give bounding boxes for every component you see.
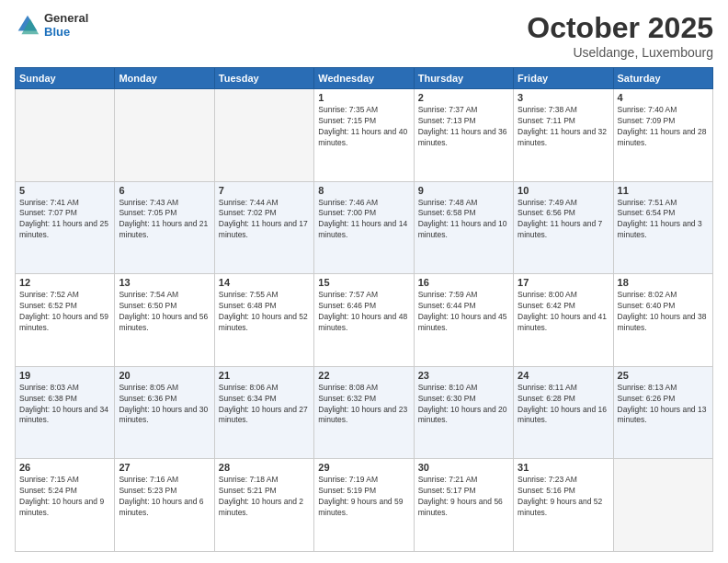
calendar-day-cell: 12Sunrise: 7:52 AMSunset: 6:52 PMDayligh… <box>16 274 115 367</box>
calendar-day-cell: 24Sunrise: 8:11 AMSunset: 6:28 PMDayligh… <box>514 366 613 459</box>
weekday-header-tuesday: Tuesday <box>214 68 313 89</box>
calendar-day-cell: 14Sunrise: 7:55 AMSunset: 6:48 PMDayligh… <box>214 274 313 367</box>
day-number: 20 <box>119 370 210 381</box>
calendar-day-cell: 13Sunrise: 7:54 AMSunset: 6:50 PMDayligh… <box>115 274 214 367</box>
day-number: 23 <box>418 370 509 381</box>
calendar-day-cell: 20Sunrise: 8:05 AMSunset: 6:36 PMDayligh… <box>115 366 214 459</box>
day-number: 3 <box>518 92 609 103</box>
logo: General Blue <box>15 11 88 39</box>
calendar-day-cell: 18Sunrise: 8:02 AMSunset: 6:40 PMDayligh… <box>613 274 712 367</box>
day-number: 24 <box>518 370 609 381</box>
calendar-day-cell: 3Sunrise: 7:38 AMSunset: 7:11 PMDaylight… <box>514 89 613 182</box>
day-info: Sunrise: 7:19 AMSunset: 5:19 PMDaylight:… <box>318 475 409 519</box>
day-number: 15 <box>318 277 409 288</box>
calendar-day-cell: 26Sunrise: 7:15 AMSunset: 5:24 PMDayligh… <box>16 459 115 552</box>
day-info: Sunrise: 7:48 AMSunset: 6:58 PMDaylight:… <box>418 198 509 242</box>
day-info: Sunrise: 7:49 AMSunset: 6:56 PMDaylight:… <box>518 198 609 242</box>
calendar-day-cell: 2Sunrise: 7:37 AMSunset: 7:13 PMDaylight… <box>414 89 513 182</box>
title-month: October 2025 <box>527 11 713 45</box>
calendar-day-cell <box>16 89 115 182</box>
page: General Blue October 2025 Useldange, Lux… <box>0 0 728 563</box>
title-block: October 2025 Useldange, Luxembourg <box>527 11 713 60</box>
day-number: 9 <box>418 185 509 196</box>
calendar-day-cell: 19Sunrise: 8:03 AMSunset: 6:38 PMDayligh… <box>16 366 115 459</box>
calendar-table: SundayMondayTuesdayWednesdayThursdayFrid… <box>15 67 713 552</box>
day-number: 30 <box>418 462 509 473</box>
logo-text: General Blue <box>44 11 88 39</box>
calendar-day-cell: 31Sunrise: 7:23 AMSunset: 5:16 PMDayligh… <box>514 459 613 552</box>
day-info: Sunrise: 8:00 AMSunset: 6:42 PMDaylight:… <box>518 290 609 334</box>
day-info: Sunrise: 7:59 AMSunset: 6:44 PMDaylight:… <box>418 290 509 334</box>
day-info: Sunrise: 7:15 AMSunset: 5:24 PMDaylight:… <box>19 475 110 519</box>
day-number: 28 <box>219 462 310 473</box>
calendar-day-cell: 7Sunrise: 7:44 AMSunset: 7:02 PMDaylight… <box>214 181 313 274</box>
calendar-day-cell: 1Sunrise: 7:35 AMSunset: 7:15 PMDaylight… <box>314 89 414 182</box>
calendar-day-cell: 11Sunrise: 7:51 AMSunset: 6:54 PMDayligh… <box>613 181 712 274</box>
day-number: 31 <box>518 462 609 473</box>
day-number: 10 <box>518 185 609 196</box>
day-info: Sunrise: 8:06 AMSunset: 6:34 PMDaylight:… <box>219 383 310 427</box>
day-info: Sunrise: 7:43 AMSunset: 7:05 PMDaylight:… <box>119 198 210 242</box>
day-info: Sunrise: 7:35 AMSunset: 7:15 PMDaylight:… <box>318 105 409 149</box>
calendar-day-cell <box>214 89 313 182</box>
day-info: Sunrise: 7:52 AMSunset: 6:52 PMDaylight:… <box>19 290 110 334</box>
logo-general: General <box>44 11 88 25</box>
calendar-day-cell: 10Sunrise: 7:49 AMSunset: 6:56 PMDayligh… <box>514 181 613 274</box>
day-number: 1 <box>318 92 409 103</box>
day-info: Sunrise: 7:16 AMSunset: 5:23 PMDaylight:… <box>119 475 210 519</box>
day-number: 27 <box>119 462 210 473</box>
weekday-header-saturday: Saturday <box>613 68 712 89</box>
day-info: Sunrise: 8:03 AMSunset: 6:38 PMDaylight:… <box>19 383 110 427</box>
calendar-day-cell: 6Sunrise: 7:43 AMSunset: 7:05 PMDaylight… <box>115 181 214 274</box>
calendar-day-cell <box>613 459 712 552</box>
title-location: Useldange, Luxembourg <box>527 45 713 60</box>
weekday-header-monday: Monday <box>115 68 214 89</box>
day-number: 25 <box>618 370 709 381</box>
day-number: 22 <box>318 370 409 381</box>
day-info: Sunrise: 7:55 AMSunset: 6:48 PMDaylight:… <box>219 290 310 334</box>
calendar-day-cell: 27Sunrise: 7:16 AMSunset: 5:23 PMDayligh… <box>115 459 214 552</box>
calendar-week-row: 19Sunrise: 8:03 AMSunset: 6:38 PMDayligh… <box>16 366 713 459</box>
day-number: 18 <box>618 277 709 288</box>
day-info: Sunrise: 7:51 AMSunset: 6:54 PMDaylight:… <box>618 198 709 242</box>
weekday-header-thursday: Thursday <box>414 68 513 89</box>
day-info: Sunrise: 7:23 AMSunset: 5:16 PMDaylight:… <box>518 475 609 519</box>
day-number: 13 <box>119 277 210 288</box>
day-info: Sunrise: 7:54 AMSunset: 6:50 PMDaylight:… <box>119 290 210 334</box>
calendar-week-row: 5Sunrise: 7:41 AMSunset: 7:07 PMDaylight… <box>16 181 713 274</box>
calendar-week-row: 12Sunrise: 7:52 AMSunset: 6:52 PMDayligh… <box>16 274 713 367</box>
calendar-day-cell: 23Sunrise: 8:10 AMSunset: 6:30 PMDayligh… <box>414 366 513 459</box>
day-number: 29 <box>318 462 409 473</box>
day-info: Sunrise: 8:05 AMSunset: 6:36 PMDaylight:… <box>119 383 210 427</box>
day-number: 19 <box>19 370 110 381</box>
day-info: Sunrise: 7:41 AMSunset: 7:07 PMDaylight:… <box>19 198 110 242</box>
day-number: 16 <box>418 277 509 288</box>
logo-icon <box>15 12 40 38</box>
day-number: 17 <box>518 277 609 288</box>
day-number: 8 <box>318 185 409 196</box>
day-info: Sunrise: 8:11 AMSunset: 6:28 PMDaylight:… <box>518 383 609 427</box>
calendar-day-cell: 28Sunrise: 7:18 AMSunset: 5:21 PMDayligh… <box>214 459 313 552</box>
day-number: 4 <box>618 92 709 103</box>
day-info: Sunrise: 7:37 AMSunset: 7:13 PMDaylight:… <box>418 105 509 149</box>
day-number: 5 <box>19 185 110 196</box>
day-info: Sunrise: 8:13 AMSunset: 6:26 PMDaylight:… <box>618 383 709 427</box>
day-info: Sunrise: 8:02 AMSunset: 6:40 PMDaylight:… <box>618 290 709 334</box>
calendar-day-cell <box>115 89 214 182</box>
day-number: 7 <box>219 185 310 196</box>
day-number: 11 <box>618 185 709 196</box>
calendar-day-cell: 9Sunrise: 7:48 AMSunset: 6:58 PMDaylight… <box>414 181 513 274</box>
calendar-day-cell: 5Sunrise: 7:41 AMSunset: 7:07 PMDaylight… <box>16 181 115 274</box>
day-info: Sunrise: 7:57 AMSunset: 6:46 PMDaylight:… <box>318 290 409 334</box>
logo-blue: Blue <box>44 25 88 39</box>
day-number: 21 <box>219 370 310 381</box>
day-info: Sunrise: 8:08 AMSunset: 6:32 PMDaylight:… <box>318 383 409 427</box>
day-number: 12 <box>19 277 110 288</box>
day-info: Sunrise: 7:44 AMSunset: 7:02 PMDaylight:… <box>219 198 310 242</box>
day-number: 2 <box>418 92 509 103</box>
calendar-header-row: SundayMondayTuesdayWednesdayThursdayFrid… <box>16 68 713 89</box>
calendar-day-cell: 17Sunrise: 8:00 AMSunset: 6:42 PMDayligh… <box>514 274 613 367</box>
day-info: Sunrise: 7:38 AMSunset: 7:11 PMDaylight:… <box>518 105 609 149</box>
day-info: Sunrise: 8:10 AMSunset: 6:30 PMDaylight:… <box>418 383 509 427</box>
calendar-day-cell: 4Sunrise: 7:40 AMSunset: 7:09 PMDaylight… <box>613 89 712 182</box>
